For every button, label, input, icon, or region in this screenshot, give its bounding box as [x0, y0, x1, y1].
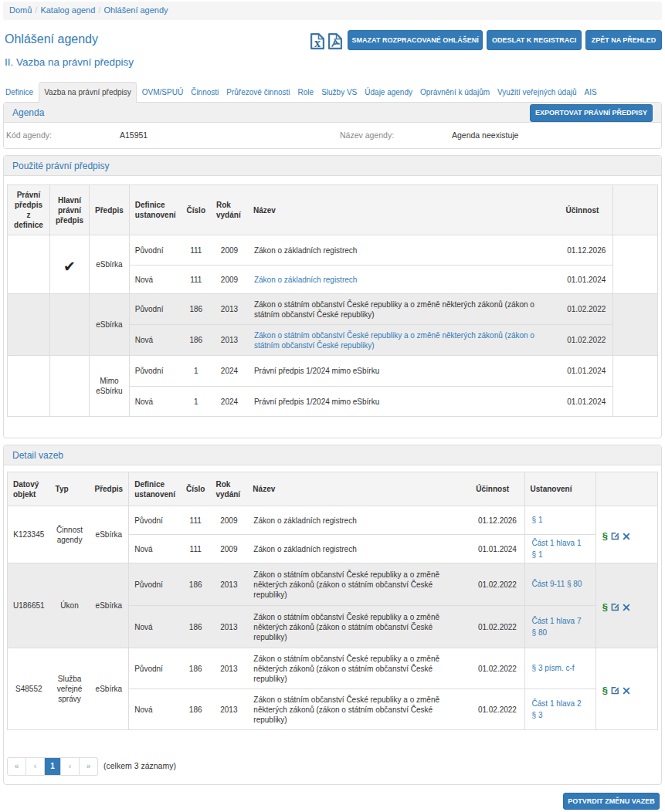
svg-text:x: x: [314, 36, 321, 49]
